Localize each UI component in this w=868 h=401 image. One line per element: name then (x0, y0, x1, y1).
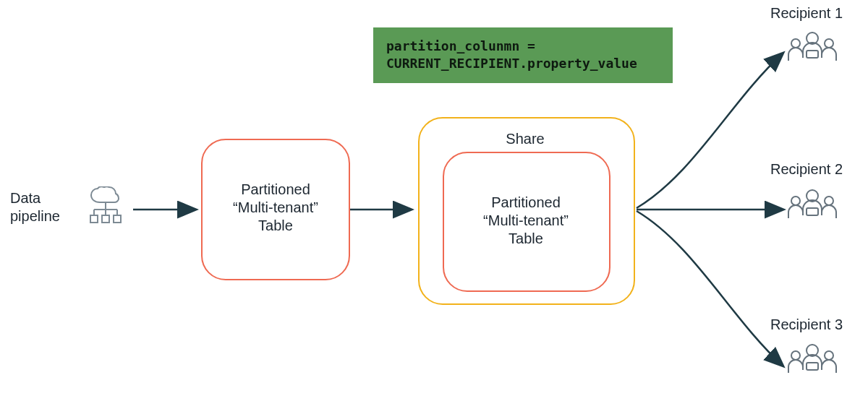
data-pipeline-icon (85, 186, 127, 224)
svg-point-17 (791, 197, 800, 205)
recipient-1-label: Recipient 1 (760, 4, 854, 22)
partitioned-table-left-label: Partitioned “Multi-tenant” Table (208, 181, 343, 235)
svg-point-22 (825, 351, 833, 360)
partitioned-table-right-label: Partitioned “Multi-tenant” Table (451, 194, 600, 248)
svg-point-14 (825, 39, 833, 48)
recipient-2-label: Recipient 2 (760, 160, 854, 178)
recipient-group-icon (787, 341, 838, 374)
recipient-group-icon (787, 29, 838, 62)
svg-point-21 (791, 351, 800, 360)
svg-rect-16 (807, 208, 818, 215)
svg-rect-20 (807, 363, 818, 370)
svg-rect-12 (807, 51, 818, 58)
svg-rect-8 (90, 215, 98, 223)
svg-point-18 (825, 197, 833, 205)
recipient-group-icon (787, 186, 838, 220)
partition-filter-code-banner: partition_colunmn = CURRENT_RECIPIENT.pr… (373, 27, 673, 83)
recipient-3-label: Recipient 3 (760, 316, 854, 334)
diagram-canvas: Data pipeline Partitioned “Multi-tenant”… (0, 0, 868, 401)
svg-rect-9 (102, 215, 109, 223)
data-pipeline-label: Data pipeline (10, 189, 75, 225)
svg-point-13 (791, 39, 800, 48)
share-label: Share (463, 130, 587, 148)
svg-rect-10 (114, 215, 121, 223)
